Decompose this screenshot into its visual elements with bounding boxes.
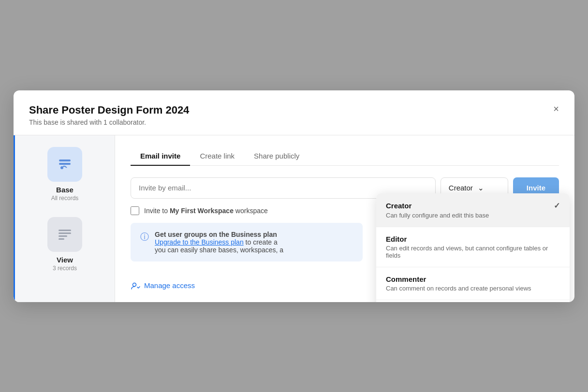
dropdown-item-readonly[interactable]: Read only Cannot edit or comment: [376, 300, 570, 302]
manage-access-icon: [131, 281, 140, 290]
modal-overlay: Share Poster Design Form 2024 This base …: [0, 0, 588, 392]
base-icon-bg: [47, 147, 82, 182]
info-box: ⓘ Get user groups on the Business plan U…: [131, 223, 363, 261]
workspace-checkbox[interactable]: [131, 206, 139, 215]
svg-rect-4: [59, 232, 71, 234]
dropdown-editor-title: Editor: [386, 235, 560, 243]
sidebar: Base All records View 3 records: [14, 135, 115, 302]
svg-rect-1: [59, 163, 71, 165]
modal-subtitle: This base is shared with 1 collaborator.: [29, 118, 559, 126]
tab-share-publicly[interactable]: Share publicly: [244, 147, 309, 166]
svg-rect-3: [59, 230, 71, 231]
sidebar-item-view[interactable]: View 3 records: [47, 217, 82, 272]
role-dropdown: Creator ✓ Can fully configure and edit t…: [376, 193, 570, 302]
workspace-invite-text: Invite to My First Workspace workspace: [144, 207, 268, 215]
manage-access-button[interactable]: Manage access: [131, 281, 195, 290]
tab-create-link[interactable]: Create link: [190, 147, 244, 166]
dropdown-item-commenter[interactable]: Commenter Can comment on records and cre…: [376, 267, 570, 300]
view-icon: [56, 226, 74, 243]
tab-bar: Email invite Create link Share publicly: [131, 147, 559, 166]
view-icon-bg: [47, 217, 82, 252]
dropdown-creator-title: Creator ✓: [386, 201, 560, 210]
sidebar-view-sublabel: 3 records: [53, 265, 77, 272]
modal-body: Base All records View 3 records: [14, 135, 574, 302]
svg-point-7: [133, 283, 136, 286]
info-text: Get user groups on the Business plan Upg…: [155, 231, 283, 254]
sidebar-base-sublabel: All records: [51, 195, 79, 202]
sidebar-item-base[interactable]: Base All records: [47, 147, 82, 202]
modal-title: Share Poster Design Form 2024: [29, 104, 559, 116]
role-selector-label: Creator: [449, 184, 473, 192]
sidebar-base-label: Base: [56, 186, 74, 194]
creator-checkmark: ✓: [554, 201, 560, 210]
modal-header: Share Poster Design Form 2024 This base …: [14, 90, 574, 135]
upgrade-link[interactable]: Upgrade to the Business plan: [155, 238, 244, 246]
sidebar-view-label: View: [57, 256, 73, 264]
svg-rect-5: [59, 235, 67, 237]
svg-rect-6: [59, 238, 64, 240]
manage-access-label: Manage access: [144, 281, 195, 290]
info-icon: ⓘ: [140, 231, 149, 243]
svg-rect-0: [59, 160, 71, 161]
share-modal: Share Poster Design Form 2024 This base …: [14, 90, 574, 302]
tab-email-invite[interactable]: Email invite: [131, 147, 190, 166]
close-button[interactable]: ×: [551, 102, 561, 116]
dropdown-editor-desc: Can edit records and views, but cannot c…: [386, 245, 560, 259]
dropdown-commenter-desc: Can comment on records and create person…: [386, 285, 560, 292]
main-content: Email invite Create link Share publicly …: [115, 135, 574, 302]
base-icon: [56, 156, 74, 173]
dropdown-creator-desc: Can fully configure and edit this base: [386, 212, 560, 219]
chevron-down-icon: ⌄: [478, 184, 500, 192]
dropdown-item-editor[interactable]: Editor Can edit records and views, but c…: [376, 227, 570, 267]
dropdown-commenter-title: Commenter: [386, 275, 560, 283]
dropdown-item-creator[interactable]: Creator ✓ Can fully configure and edit t…: [376, 193, 570, 227]
